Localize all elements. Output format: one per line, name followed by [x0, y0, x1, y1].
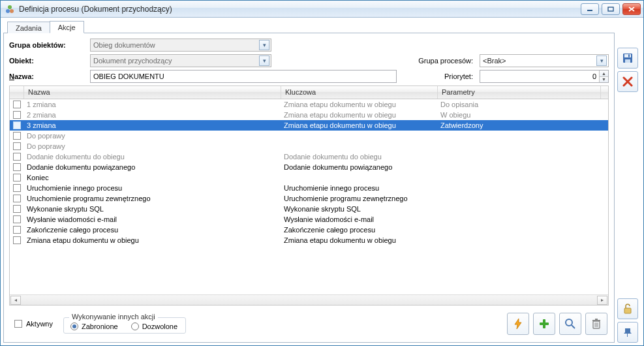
cell-kluczowa: Zmiana etapu dokumentu w obiegu — [281, 111, 438, 119]
table-row[interactable]: Wykonanie skryptu SQLWykonanie skryptu S… — [10, 204, 608, 214]
row-checkbox[interactable] — [10, 111, 24, 119]
chevron-down-icon: ▾ — [596, 55, 607, 66]
spin-up-icon[interactable]: ▲ — [600, 71, 608, 77]
cell-kluczowa: Wysłanie wiadomości e-mail — [281, 215, 438, 223]
row-checkbox[interactable] — [10, 184, 24, 192]
svg-rect-4 — [608, 7, 613, 11]
col-kluczowa[interactable]: Kluczowa — [281, 86, 438, 99]
table-row[interactable]: Wysłanie wiadomości e-mailWysłanie wiado… — [10, 214, 608, 225]
label-nazwa: Nazwa: — [9, 72, 87, 80]
table-row[interactable]: 3 zmianaZmiana etapu dokumentu w obieguZ… — [10, 120, 608, 131]
cell-nazwa: Dodanie dokumentu powiązanego — [24, 163, 281, 171]
maximize-button[interactable] — [602, 3, 620, 15]
titlebar: Definicja procesu (Dokument przychodzący… — [1, 1, 643, 18]
radio-dozwolone-label: Dozwolone — [142, 322, 177, 330]
row-checkbox[interactable] — [10, 153, 24, 161]
row-checkbox[interactable] — [10, 205, 24, 213]
row-checkbox[interactable] — [10, 215, 24, 223]
lock-button[interactable] — [617, 298, 638, 319]
add-button[interactable] — [533, 313, 555, 335]
window-title: Definicja procesu (Dokument przychodzący… — [19, 5, 577, 14]
radio-zabronione-label: Zabronione — [82, 322, 118, 330]
cell-nazwa: Koniec — [24, 174, 281, 181]
svg-rect-19 — [624, 308, 631, 313]
row-checkbox[interactable] — [10, 174, 24, 181]
cell-kluczowa: Zmiana etapu dokumentu w obiegu — [281, 121, 438, 129]
tab-akcje[interactable]: Akcje — [50, 21, 84, 33]
cancel-button[interactable] — [617, 71, 638, 92]
row-checkbox[interactable] — [10, 195, 24, 202]
row-checkbox[interactable] — [10, 121, 24, 129]
lightning-button[interactable] — [507, 313, 529, 335]
table-row[interactable]: Do poprawy — [10, 141, 608, 151]
scroll-right-icon[interactable]: ▸ — [597, 296, 607, 305]
group-wykonywanie: Wykonywanie innych akcji Zabronione Dozw… — [63, 317, 186, 334]
table-row[interactable]: Uruchomienie innego procesuUruchomienie … — [10, 183, 608, 193]
cell-nazwa: 1 zmiana — [24, 101, 281, 108]
h-scrollbar[interactable]: ◂ ▸ — [10, 294, 608, 305]
col-parametry[interactable]: Parametry — [438, 86, 601, 99]
cell-nazwa: 2 zmiana — [24, 111, 281, 119]
table-row[interactable]: 1 zmianaZmiana etapu dokumentu w obieguD… — [10, 99, 608, 110]
svg-point-2 — [10, 9, 14, 13]
cell-nazwa: Wykonanie skryptu SQL — [24, 205, 281, 213]
checkbox-aktywny[interactable]: Aktywny — [14, 320, 53, 328]
delete-button[interactable] — [585, 313, 607, 335]
minimize-button[interactable] — [581, 3, 599, 15]
table-row[interactable]: 2 zmianaZmiana etapu dokumentu w obieguW… — [10, 110, 608, 120]
spin-priorytet[interactable]: ▲ ▼ — [480, 70, 609, 83]
svg-rect-18 — [628, 55, 630, 57]
cell-parametry: W obiegu — [438, 111, 601, 119]
table-row[interactable]: Dodanie dokumentu do obieguDodanie dokum… — [10, 151, 608, 162]
combo-grupa-obiektow[interactable]: Obieg dokumentów ▾ — [90, 39, 271, 52]
col-checkbox — [10, 86, 24, 99]
save-button[interactable] — [617, 48, 638, 69]
panel-akcje: Grupa obiektów: Obieg dokumentów ▾ Obiek… — [3, 33, 615, 343]
table-row[interactable]: Zakończenie całego procesuZakończenie ca… — [10, 225, 608, 235]
app-icon — [5, 4, 15, 14]
row-checkbox[interactable] — [10, 163, 24, 171]
row-checkbox[interactable] — [10, 236, 24, 244]
combo-obiekt[interactable]: Dokument przychodzący ▾ — [90, 54, 271, 67]
spin-down-icon[interactable]: ▼ — [600, 77, 608, 83]
bottom-bar: Aktywny Wykonywanie innych akcji Zabroni… — [9, 308, 609, 337]
close-button[interactable] — [622, 3, 641, 15]
row-checkbox[interactable] — [10, 226, 24, 234]
row-checkbox[interactable] — [10, 132, 24, 140]
svg-point-0 — [8, 5, 12, 9]
pin-button[interactable] — [617, 322, 638, 343]
cell-nazwa: Uruchomienie programu zewnętrznego — [24, 195, 281, 202]
table-row[interactable]: Koniec — [10, 172, 608, 183]
table-row[interactable]: Uruchomienie programu zewnętrznegoUrucho… — [10, 193, 608, 204]
svg-line-8 — [572, 325, 575, 328]
cell-kluczowa: Zmiana etapu dokumentu w obiegu — [281, 101, 438, 108]
input-nazwa[interactable] — [90, 70, 397, 83]
spin-priorytet-value[interactable] — [480, 71, 599, 82]
scroll-left-icon[interactable]: ◂ — [10, 296, 21, 305]
table-row[interactable]: Dodanie dokumentu powiązanegoDodanie dok… — [10, 162, 608, 172]
table-body[interactable]: 1 zmianaZmiana etapu dokumentu w obieguD… — [10, 99, 608, 294]
label-grupa-obiektow: Grupa obiektów: — [9, 41, 87, 49]
combo-grupa-procesow[interactable]: <Brak> ▾ — [480, 54, 609, 67]
svg-point-7 — [566, 319, 572, 326]
col-nazwa[interactable]: Nazwa — [24, 86, 281, 99]
svg-point-1 — [6, 9, 10, 13]
radio-dozwolone[interactable]: Dozwolone — [131, 322, 177, 330]
label-aktywny: Aktywny — [26, 320, 53, 328]
label-priorytet: Priorytet: — [408, 72, 477, 80]
search-button[interactable] — [559, 313, 581, 335]
radio-icon — [131, 322, 139, 330]
tab-strip: Zadania Akcje — [3, 19, 615, 33]
cell-kluczowa: Zakończenie całego procesu — [281, 226, 438, 234]
window: Definicja procesu (Dokument przychodzący… — [0, 0, 644, 346]
tab-zadania[interactable]: Zadania — [7, 22, 50, 33]
table-header: Nazwa Kluczowa Parametry — [10, 86, 608, 99]
cell-kluczowa: Dodanie dokumentu powiązanego — [281, 163, 438, 171]
actions-table: Nazwa Kluczowa Parametry 1 zmianaZmiana … — [9, 86, 609, 306]
table-row[interactable]: Zmiana etapu dokumentu w obieguZmiana et… — [10, 235, 608, 245]
radio-zabronione[interactable]: Zabronione — [70, 322, 118, 330]
table-row[interactable]: Do poprawy — [10, 131, 608, 141]
row-checkbox[interactable] — [10, 142, 24, 150]
row-checkbox[interactable] — [10, 101, 24, 108]
cell-nazwa: Uruchomienie innego procesu — [24, 184, 281, 192]
